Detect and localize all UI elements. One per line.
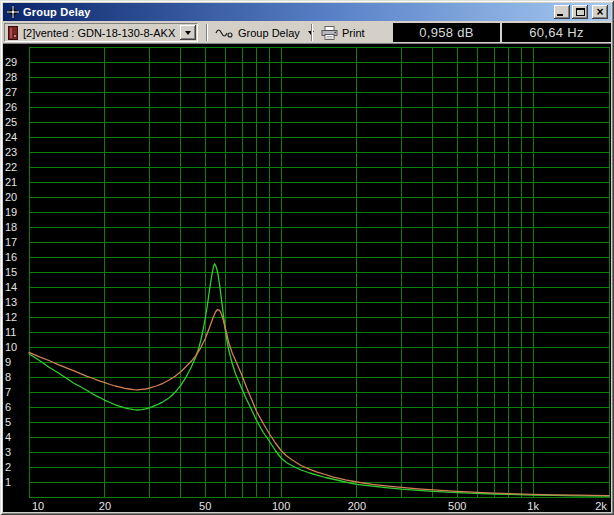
project-selector-dropdown-button[interactable]	[180, 25, 196, 40]
svg-text:10: 10	[32, 500, 44, 512]
sine-wave-icon	[215, 27, 234, 39]
svg-text:1: 1	[5, 476, 11, 488]
svg-text:21: 21	[5, 176, 17, 188]
svg-text:27: 27	[5, 86, 17, 98]
svg-text:29: 29	[5, 56, 17, 68]
print-button[interactable]: Print	[318, 23, 368, 42]
toolbar: [2]vented : GDN-18-130-8-AKX Group Delay	[3, 21, 611, 44]
svg-text:18: 18	[5, 221, 17, 233]
svg-text:200: 200	[348, 500, 366, 512]
svg-text:4: 4	[5, 431, 11, 443]
chart-area: 1234567891011121314151617181920212223242…	[3, 44, 611, 512]
svg-text:14: 14	[5, 281, 17, 293]
chevron-down-icon	[185, 31, 191, 35]
maximize-icon	[576, 8, 585, 16]
svg-text:5: 5	[5, 416, 11, 428]
printer-icon	[321, 26, 338, 40]
titlebar: Group Delay ×	[3, 3, 611, 21]
close-button[interactable]: ×	[592, 5, 608, 19]
maximize-button[interactable]	[572, 5, 588, 19]
toolbar-separator	[206, 24, 208, 41]
plot-type-label: Group Delay	[238, 27, 300, 39]
svg-text:1k: 1k	[527, 500, 539, 512]
toolbar-separator	[311, 24, 313, 41]
svg-text:26: 26	[5, 101, 17, 113]
svg-text:22: 22	[5, 161, 17, 173]
db-readout: 0,958 dB	[393, 23, 500, 42]
svg-text:20: 20	[5, 191, 17, 203]
svg-text:15: 15	[5, 266, 17, 278]
svg-text:11: 11	[5, 326, 16, 338]
close-icon: ×	[596, 7, 603, 17]
svg-text:25: 25	[5, 116, 17, 128]
svg-text:100: 100	[272, 500, 290, 512]
plot-canvas[interactable]: 1234567891011121314151617181920212223242…	[3, 44, 611, 512]
svg-text:19: 19	[5, 206, 17, 218]
svg-text:2k: 2k	[595, 500, 607, 512]
svg-text:6: 6	[5, 401, 11, 413]
svg-text:16: 16	[5, 251, 17, 263]
svg-text:24: 24	[5, 131, 17, 143]
svg-text:13: 13	[5, 296, 17, 308]
svg-text:9: 9	[5, 356, 11, 368]
minimize-icon	[557, 14, 563, 16]
svg-text:17: 17	[5, 236, 17, 248]
svg-text:8: 8	[5, 371, 11, 383]
svg-text:50: 50	[199, 500, 211, 512]
print-label: Print	[342, 27, 365, 39]
svg-text:12: 12	[5, 311, 17, 323]
group-delay-window: Group Delay × [2]vented : GDN-18-130-8-A…	[0, 0, 614, 515]
plot-type-selector[interactable]: Group Delay	[212, 23, 317, 42]
crosshair-star-icon	[6, 5, 20, 19]
svg-text:10: 10	[5, 341, 17, 353]
window-title: Group Delay	[23, 6, 554, 18]
minimize-button[interactable]	[554, 5, 570, 19]
svg-text:20: 20	[99, 500, 111, 512]
svg-text:2: 2	[5, 461, 11, 473]
svg-text:23: 23	[5, 146, 17, 158]
hz-readout: 60,64 Hz	[502, 23, 611, 42]
svg-text:500: 500	[448, 500, 466, 512]
svg-text:3: 3	[5, 446, 11, 458]
project-selector-value: [2]vented : GDN-18-130-8-AKX	[23, 27, 180, 39]
svg-text:28: 28	[5, 71, 17, 83]
project-selector[interactable]: [2]vented : GDN-18-130-8-AKX	[4, 23, 198, 42]
svg-text:7: 7	[5, 386, 11, 398]
speaker-box-icon	[8, 26, 18, 40]
